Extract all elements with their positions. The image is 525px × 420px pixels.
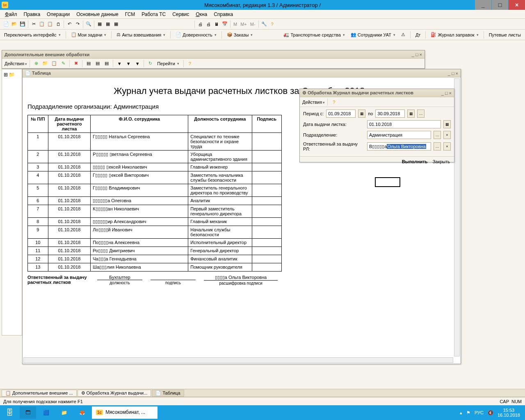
emp-link[interactable]: 👥 Сотрудники УАТ: [349, 32, 397, 37]
print-icon[interactable]: 🖨: [196, 21, 204, 28]
f1-icon[interactable]: ▼: [116, 60, 123, 67]
tray-clock[interactable]: 15:53 16.10.2018: [498, 408, 520, 418]
f3-icon[interactable]: ▼: [134, 60, 141, 67]
t3-icon[interactable]: ▤: [103, 60, 110, 67]
menu-edit[interactable]: Правка: [21, 11, 43, 18]
new-icon[interactable]: 📄: [2, 21, 10, 28]
print2-icon[interactable]: 🖨: [205, 21, 212, 28]
tool-icon[interactable]: 🗒: [55, 21, 62, 28]
period-from-input[interactable]: 01.09.2018: [326, 110, 356, 118]
grid3-icon[interactable]: ▦: [112, 21, 120, 28]
f2-icon[interactable]: ▼: [125, 60, 132, 67]
subdiv-input[interactable]: Администрация: [367, 131, 431, 139]
obr-min-icon[interactable]: _: [441, 91, 444, 96]
h-scrollbar[interactable]: [23, 357, 453, 363]
cal-to-button[interactable]: ▦: [407, 110, 415, 118]
orders-link[interactable]: 📦 Заказы: [225, 32, 255, 37]
m-plus[interactable]: M+: [239, 22, 248, 27]
save-icon[interactable]: 💾: [19, 21, 26, 28]
cal-icon[interactable]: 📅: [221, 21, 228, 28]
t2-icon[interactable]: ▤: [94, 60, 101, 67]
menu-file[interactable]: Файл: [2, 11, 20, 18]
minimize-button[interactable]: _: [475, 0, 491, 10]
subdiv-clear-button[interactable]: ×: [443, 131, 451, 139]
t1-icon[interactable]: ▤: [85, 60, 92, 67]
menu-ops[interactable]: Операции: [44, 11, 72, 18]
menu-help[interactable]: Справка: [211, 11, 235, 18]
calc-icon[interactable]: 🖩: [213, 21, 220, 28]
period-select-button[interactable]: …: [417, 110, 425, 118]
redo-icon[interactable]: ↷: [74, 21, 81, 28]
tray-flag-icon[interactable]: ⚑: [466, 410, 470, 415]
warn-icon[interactable]: ⚠: [399, 32, 407, 37]
actions-button[interactable]: Действия: [5, 61, 27, 66]
edit-icon[interactable]: ✎: [59, 60, 67, 67]
tray-sound-icon[interactable]: 🔇: [488, 410, 493, 415]
dop-max-icon[interactable]: □: [415, 52, 418, 57]
tab-dop[interactable]: 📋 Дополнительные внешние ...: [2, 390, 77, 397]
plus-icon[interactable]: ⊞: [4, 72, 8, 78]
tw-close-icon[interactable]: ×: [456, 71, 458, 76]
fuel-link[interactable]: ⛽ Журнал заправок: [429, 32, 480, 37]
obr-close-icon[interactable]: ×: [449, 91, 452, 96]
tw-min-icon[interactable]: _: [448, 71, 450, 76]
obr-max-icon[interactable]: □: [445, 91, 448, 96]
folder-icon[interactable]: 📁: [9, 72, 15, 78]
undo-icon[interactable]: ↶: [66, 21, 73, 28]
grid-icon[interactable]: ▦: [96, 21, 103, 28]
tw-max-icon[interactable]: □: [452, 71, 454, 76]
resp-input[interactable]: В▯▯▯▯▯а Ольга Викторовна: [367, 142, 431, 151]
date-input[interactable]: 01.10.2018: [367, 120, 441, 128]
explorer-icon[interactable]: 📁: [56, 406, 72, 419]
paste-icon[interactable]: 📋: [46, 21, 54, 28]
close-button2[interactable]: Закрыть: [433, 159, 450, 164]
dop-close-icon[interactable]: ×: [420, 52, 422, 57]
tray-lang[interactable]: РУС: [475, 410, 484, 415]
add-folder-icon[interactable]: 📁: [41, 60, 49, 67]
go-button[interactable]: Перейти: [155, 61, 181, 66]
acts-link[interactable]: ⚖ Акты взвешивания: [115, 32, 167, 37]
menu-main-data[interactable]: Основные данные: [74, 11, 121, 18]
my-tasks-link[interactable]: 📋 Мои задачи: [69, 32, 108, 37]
tray-up-icon[interactable]: ▴: [460, 410, 462, 415]
add-icon[interactable]: ⊕: [32, 60, 40, 67]
copy-icon[interactable]: 📋: [38, 21, 46, 28]
grid2-icon[interactable]: ▦: [104, 21, 112, 28]
help2-icon[interactable]: ?: [186, 60, 194, 67]
resp-select-button[interactable]: …: [434, 142, 441, 151]
v-scrollbar[interactable]: [454, 78, 460, 356]
switch-interface-link[interactable]: Переключить интерфейс: [2, 32, 62, 37]
cal-date-button[interactable]: ▦: [443, 120, 451, 128]
cut-icon[interactable]: ✂: [30, 21, 37, 28]
refresh-icon[interactable]: ↻: [146, 60, 154, 67]
obr-help-icon[interactable]: ?: [330, 98, 338, 106]
cal-from-button[interactable]: ▦: [358, 110, 365, 118]
powershell-icon[interactable]: 🟦: [38, 406, 54, 419]
ts-link[interactable]: 🚛 Транспортные средства: [282, 32, 346, 37]
copy2-icon[interactable]: 📋: [50, 60, 58, 67]
server-manager-icon[interactable]: 🗔: [20, 406, 36, 419]
dop-min-icon[interactable]: _: [412, 52, 414, 57]
menu-ts[interactable]: Работа ТС: [139, 11, 168, 18]
firefox-icon[interactable]: 🦊: [74, 406, 90, 419]
close-button[interactable]: ×: [509, 0, 525, 10]
start-button[interactable]: 🗄: [2, 406, 18, 419]
tab-obr[interactable]: ⚙ Обработка Журнал выдачи...: [78, 390, 151, 397]
menu-windows[interactable]: Окна: [193, 11, 210, 18]
m-label[interactable]: M: [232, 22, 238, 27]
wrench-icon[interactable]: 🔧: [260, 21, 268, 28]
subdiv-select-button[interactable]: …: [434, 131, 441, 139]
resp-clear-button[interactable]: ×: [443, 142, 451, 151]
menu-service[interactable]: Сервис: [170, 11, 192, 18]
execute-button[interactable]: Выполнить: [402, 159, 428, 164]
help-icon[interactable]: ?: [269, 21, 276, 28]
find-icon[interactable]: 🔍: [85, 21, 92, 28]
obr-actions-button[interactable]: Действия: [302, 100, 325, 105]
m-minus[interactable]: M-: [249, 22, 257, 27]
open-icon[interactable]: 📂: [11, 21, 18, 28]
dt-link[interactable]: Дт: [414, 32, 422, 37]
taskbar-app-button[interactable]: 1c Мясокомбинат, ...: [92, 406, 158, 419]
delete-icon[interactable]: ✖: [72, 60, 80, 67]
dov-link[interactable]: 📄 Доверенность: [174, 32, 218, 37]
tab-table[interactable]: 📄 Таблица: [152, 390, 184, 397]
